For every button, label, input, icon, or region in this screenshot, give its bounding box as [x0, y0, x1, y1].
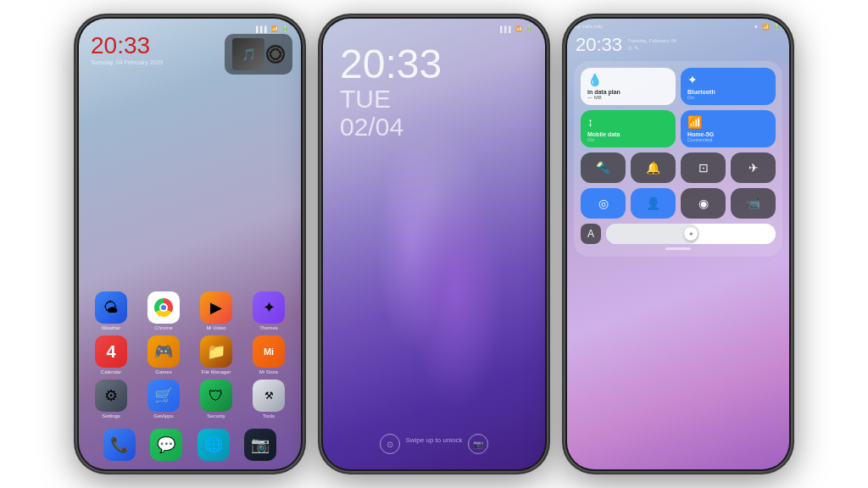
music-widget[interactable]: 🎵 [225, 34, 292, 75]
phone3-date-text: Tuesday, February 04 [627, 37, 676, 44]
cc-row-1: 💧 in data plan — MB ✦ Bluetooth On [581, 68, 776, 105]
app-chrome[interactable]: Chrome [140, 291, 187, 330]
data-drop-icon: 💧 [587, 73, 669, 86]
phone-icon: 📞 [103, 429, 136, 461]
mobile-data-label: Mobile data [587, 131, 669, 137]
wifi-icon: 📶 [515, 25, 523, 32]
app-filemanager[interactable]: 📁 File Manager [192, 336, 240, 374]
phone2-frame: ▌▌▌ 📶 🔋 20:33 TUE 02/04 Swipe up to unlo… [320, 15, 548, 473]
dock: 📞 💬 🌐 📷 [79, 429, 301, 461]
messages-icon: 💬 [150, 429, 182, 461]
app-themes[interactable]: ✦ Themes [245, 291, 292, 330]
data-plan-label: in data plan [587, 89, 669, 95]
phone3-clock: 20:33 Tuesday, February 04 ⊙ ✎ [576, 34, 676, 56]
data-plan-value: — MB [587, 95, 669, 100]
status-icons-right: ▌▌▌ 📶 🔋 [500, 25, 533, 32]
cc-mobile-tile[interactable]: ↕ Mobile data On [581, 110, 676, 147]
cc-bluetooth-tile[interactable]: ✦ Bluetooth On [681, 68, 776, 105]
dock-camera[interactable]: 📷 [244, 429, 276, 461]
battery-icon: 🔋 [281, 25, 289, 32]
phone3-time: 20:33 [576, 34, 622, 56]
phone1-date: Tuesday, 04 February 2020 [91, 59, 163, 65]
status-icons: ▌▌▌ 📶 🔋 [256, 25, 289, 32]
app-security[interactable]: 🛡 Security [192, 380, 240, 419]
cc-small-row-1: 🔦 🔔 ⊡ ✈ [581, 152, 776, 183]
chrome-label: Chrome [154, 325, 172, 330]
phone2-status-bar: ▌▌▌ 📶 🔋 [335, 25, 533, 32]
brightness-slider[interactable]: ✦ [606, 224, 776, 244]
cc-location-tile[interactable]: ◎ [581, 188, 626, 219]
filemanager-label: File Manager [201, 369, 231, 374]
flashlight-shortcut[interactable]: 📷 [468, 434, 488, 454]
phone1-clock: 20:33 Tuesday, 04 February 2020 [91, 34, 163, 65]
phone3-notification: cy calls only [576, 24, 603, 29]
phone3-frame: cy calls only ✦ 📶 🔋 20:33 Tuesday, Febru… [564, 15, 793, 473]
dock-phone[interactable]: 📞 [103, 429, 136, 461]
cc-bell-tile[interactable]: 🔔 [631, 152, 676, 183]
getapps-icon: 🛒 [147, 380, 180, 412]
phone3-dateinfo: Tuesday, February 04 ⊙ ✎ [627, 37, 676, 53]
phone2-day: TUE [340, 85, 442, 113]
chrome-icon [147, 291, 180, 324]
themes-icon: ✦ [253, 291, 285, 324]
battery-icon: 🔋 [526, 25, 533, 32]
dock-browser[interactable]: 🌐 [198, 429, 230, 461]
camera-shortcut[interactable]: ⊙ [380, 434, 400, 454]
cc-brightness-row: A ✦ [581, 224, 776, 244]
cc-camera-tile[interactable]: 📹 [731, 188, 776, 219]
cc-user-tile[interactable]: 👤 [631, 188, 676, 219]
games-label: Games [155, 369, 171, 374]
phone1-status-bar: ▌▌▌ 📶 🔋 [91, 25, 289, 32]
phone3-wrapper: cy calls only ✦ 📶 🔋 20:33 Tuesday, Febru… [564, 15, 793, 473]
cc-small-row-2: ◎ 👤 ◉ 📹 [581, 188, 776, 219]
bluetooth-status-icon: ✦ [754, 24, 759, 30]
vinyl-icon [266, 45, 285, 64]
phone1-wrapper: ▌▌▌ 📶 🔋 20:33 Tuesday, 04 February 2020 … [75, 15, 304, 473]
album-art: 🎵 [232, 38, 264, 70]
cc-mirror-tile[interactable]: ⊡ [681, 152, 726, 183]
brightness-knob: ✦ [684, 227, 698, 241]
control-center: 💧 in data plan — MB ✦ Bluetooth On [574, 61, 782, 257]
phone2-screen: ▌▌▌ 📶 🔋 20:33 TUE 02/04 Swipe up to unlo… [323, 19, 545, 469]
tools-label: Tools [263, 413, 275, 419]
getapps-label: GetApps [153, 413, 173, 419]
app-mistore[interactable]: Mi Mi Store [245, 336, 292, 374]
browser-icon: 🌐 [198, 429, 230, 461]
app-games[interactable]: 🎮 Games [140, 336, 187, 374]
app-weather[interactable]: 🌤 Weather [87, 291, 135, 330]
app-tools[interactable]: ⚒ Tools [245, 380, 292, 419]
wifi-tile-icon: 📶 [687, 115, 769, 129]
app-grid: 🌤 Weather Chrome ▶ Mi Video ✦ [79, 291, 301, 419]
cc-scroll-indicator [665, 247, 691, 250]
app-calendar[interactable]: 4 Calendar [87, 336, 135, 374]
bluetooth-tile-icon: ✦ [687, 73, 769, 86]
cc-flashlight-tile[interactable]: 🔦 [581, 152, 626, 183]
wifi-status-icon: 📶 [762, 24, 770, 30]
bluetooth-tile-status: On [687, 95, 769, 100]
mistore-icon: Mi [253, 336, 285, 368]
weather-icon: 🌤 [95, 291, 127, 324]
settings-icon: ⚙ [95, 380, 127, 412]
tools-icon: ⚒ [253, 380, 285, 412]
phone2-clock: 20:33 TUE 02/04 [340, 44, 442, 141]
brightness-icon: A [581, 224, 601, 244]
cc-eye-tile[interactable]: ◉ [681, 188, 726, 219]
app-mivideo[interactable]: ▶ Mi Video [192, 291, 240, 330]
mobile-data-status: On [587, 137, 669, 142]
cc-airplane-tile[interactable]: ✈ [731, 152, 776, 183]
phone1-frame: ▌▌▌ 📶 🔋 20:33 Tuesday, 04 February 2020 … [75, 15, 304, 473]
app-settings[interactable]: ⚙ Settings [87, 380, 135, 419]
security-label: Security [207, 413, 225, 419]
games-icon: 🎮 [147, 336, 180, 368]
dock-messages[interactable]: 💬 [150, 429, 182, 461]
wifi-tile-status: Connected [687, 137, 769, 142]
battery-status-icon: 🔋 [773, 24, 781, 30]
cc-data-plan-tile[interactable]: 💧 in data plan — MB [581, 68, 676, 105]
weather-label: Weather [102, 325, 121, 330]
calendar-icon: 4 [95, 336, 127, 368]
signal-icon: ▌▌▌ [256, 26, 269, 32]
mivideo-icon: ▶ [200, 291, 232, 324]
app-getapps[interactable]: 🛒 GetApps [140, 380, 187, 419]
cc-wifi-tile[interactable]: 📶 Home-5G Connected [681, 110, 776, 147]
phone3-background: cy calls only ✦ 📶 🔋 20:33 Tuesday, Febru… [567, 19, 789, 469]
